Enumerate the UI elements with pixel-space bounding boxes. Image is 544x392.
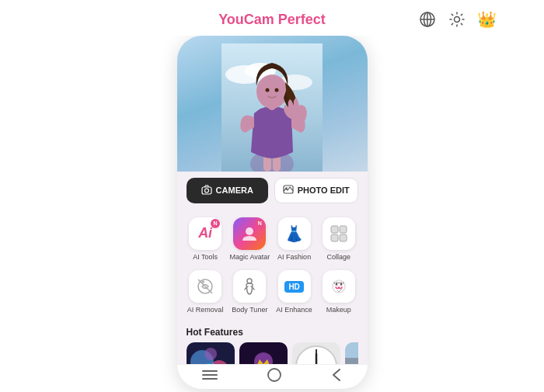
svg-text:✦: ✦ — [201, 279, 206, 286]
magic-avatar-badge: N — [255, 219, 264, 228]
body-tuner-icon — [240, 277, 259, 296]
app-title: YouCam Perfect — [218, 12, 326, 28]
settings-icon[interactable] — [446, 9, 468, 30]
ai-enhance-label: AI Enhance — [276, 306, 312, 314]
hot-feature-2[interactable] — [239, 342, 288, 363]
hero-person — [221, 43, 323, 172]
svg-rect-24 — [340, 234, 347, 241]
svg-point-14 — [266, 88, 270, 92]
photo-edit-icon — [283, 184, 294, 197]
back-nav-button[interactable] — [330, 368, 343, 385]
crown-icon[interactable]: 👑 — [476, 9, 497, 30]
svg-point-27 — [247, 279, 252, 283]
svg-point-36 — [204, 348, 217, 360]
home-nav-button[interactable] — [267, 367, 282, 386]
svg-point-13 — [256, 75, 288, 109]
phone-frame: CAMERA PHOTO EDIT Ai N — [177, 36, 368, 389]
tool-ai-enhance[interactable]: HD AI Enhance — [272, 265, 316, 319]
collage-icon — [330, 224, 348, 243]
camera-label: CAMERA — [216, 186, 253, 195]
home-icon — [267, 367, 282, 383]
collage-label: Collage — [327, 253, 351, 262]
body-tuner-label: Body Tuner — [232, 306, 267, 314]
ai-fashion-label: AI Fashion — [277, 253, 311, 262]
collage-icon-wrap — [323, 217, 355, 250]
tool-collage[interactable]: Collage — [316, 213, 361, 266]
ai-enhance-icon: HD — [284, 281, 303, 293]
svg-point-15 — [275, 88, 279, 92]
ai-tools-icon: Ai — [198, 225, 212, 241]
ai-tools-icon-wrap: Ai N — [189, 217, 221, 250]
ai-enhance-icon-wrap: HD — [278, 270, 311, 303]
makeup-icon — [330, 277, 348, 296]
svg-point-19 — [285, 187, 287, 189]
camera-button[interactable]: CAMERA — [187, 178, 269, 203]
hot-feature-4[interactable] — [345, 342, 358, 363]
hot-thumb-4-img — [345, 342, 358, 363]
app-title-part2: Perfect — [274, 12, 326, 27]
hot-features-section: Hot Features — [177, 322, 368, 363]
svg-point-80 — [268, 369, 281, 381]
tool-ai-tools[interactable]: Ai N AI Tools — [183, 213, 228, 266]
tool-body-tuner[interactable]: Body Tuner — [228, 265, 272, 319]
svg-point-20 — [246, 227, 253, 235]
hero-area — [177, 36, 368, 172]
top-bar: YouCam Perfect 👑 — [0, 4, 544, 36]
hot-feature-1[interactable] — [187, 342, 235, 363]
photo-edit-button[interactable]: PHOTO EDIT — [274, 178, 358, 203]
svg-rect-59 — [345, 358, 358, 363]
hot-thumb-3-img — [292, 342, 340, 363]
hot-feature-3[interactable] — [292, 342, 340, 363]
menu-nav-button[interactable] — [201, 369, 218, 384]
ai-tools-label: AI Tools — [193, 253, 218, 262]
new-badge: N — [211, 219, 220, 228]
magic-avatar-icon-wrap: N — [233, 217, 266, 250]
globe-icon[interactable] — [417, 9, 438, 30]
ai-removal-label: AI Removal — [187, 306, 224, 314]
ai-removal-icon-wrap: ✦ — [189, 270, 221, 303]
tool-makeup[interactable]: Makeup — [316, 265, 361, 319]
makeup-label: Makeup — [326, 306, 351, 314]
ai-removal-icon: ✦ — [196, 277, 214, 296]
magic-avatar-label: Magic Avatar — [229, 253, 270, 262]
svg-rect-16 — [202, 187, 211, 194]
tool-ai-removal[interactable]: ✦ AI Removal — [183, 265, 228, 319]
tool-magic-avatar[interactable]: N Magic Avatar — [228, 213, 272, 266]
tools-grid: Ai N AI Tools N Magic Avatar — [177, 210, 368, 323]
makeup-icon-wrap — [323, 270, 355, 303]
top-icons: 👑 — [417, 9, 497, 30]
svg-point-17 — [204, 189, 208, 193]
ai-fashion-icon-wrap: 👗 — [278, 217, 311, 250]
app-container: YouCam Perfect 👑 — [0, 0, 544, 392]
hot-thumb-1-img — [187, 342, 235, 363]
hot-features-scroll — [187, 342, 358, 363]
svg-point-4 — [455, 17, 460, 23]
hot-features-title: Hot Features — [187, 327, 358, 338]
hot-thumb-2-img — [239, 342, 288, 363]
svg-rect-21 — [331, 226, 338, 233]
bottom-nav — [177, 364, 368, 389]
back-icon — [330, 368, 343, 382]
svg-rect-22 — [340, 226, 347, 233]
menu-icon — [201, 369, 218, 381]
svg-rect-23 — [331, 234, 338, 241]
body-tuner-icon-wrap — [233, 270, 266, 303]
action-buttons: CAMERA PHOTO EDIT — [177, 172, 368, 210]
photo-edit-label: PHOTO EDIT — [298, 186, 350, 195]
app-title-part1: YouCam — [218, 12, 274, 27]
tool-ai-fashion[interactable]: 👗 AI Fashion — [272, 213, 316, 266]
camera-icon — [201, 184, 212, 197]
ai-fashion-icon: 👗 — [284, 224, 304, 243]
